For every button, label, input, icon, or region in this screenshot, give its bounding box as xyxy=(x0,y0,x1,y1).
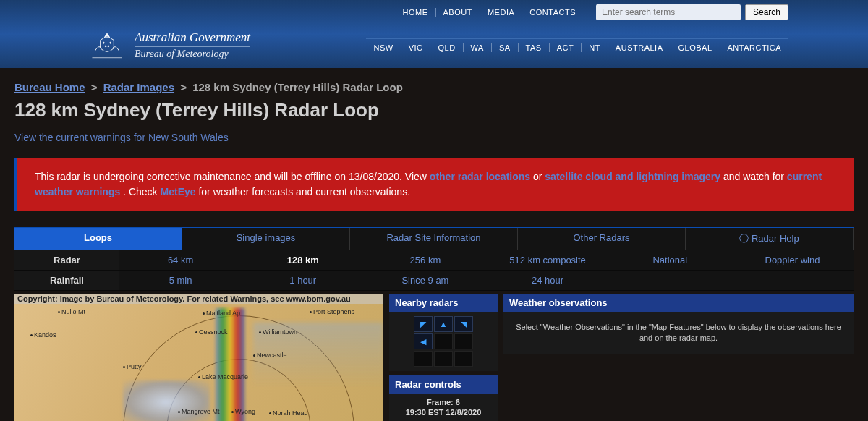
place-label: Lake Macquarie xyxy=(198,373,248,380)
nearby-radars-panel: ◤ ▲ ◥ ◀ xyxy=(389,312,498,371)
weather-obs-heading: Weather observations xyxy=(503,294,854,312)
radar-controls-heading: Radar controls xyxy=(389,375,498,394)
alert-text: or xyxy=(533,171,545,182)
radar-opt-doppler[interactable]: Doppler wind xyxy=(731,250,854,270)
breadcrumb-home[interactable]: Bureau Home xyxy=(14,81,85,93)
radar-opt-128km[interactable]: 128 km xyxy=(242,250,364,270)
svg-point-1 xyxy=(110,42,111,43)
tab-radar-help[interactable]: ⓘ Radar Help xyxy=(686,228,854,250)
top-link-media[interactable]: MEDIA xyxy=(480,8,522,17)
page-title: 128 km Sydney (Terrey Hills) Radar Loop xyxy=(14,99,854,122)
radar-range-row: Radar 64 km 128 km 256 km 512 km composi… xyxy=(14,250,854,271)
place-label: Norah Head xyxy=(269,409,308,417)
nearby-arrow-nw-icon[interactable]: ◤ xyxy=(414,316,433,332)
place-label: Cessnock xyxy=(195,328,228,336)
alert-link-meteye[interactable]: MetEye xyxy=(161,186,196,197)
tab-site-info[interactable]: Radar Site Information xyxy=(350,228,518,250)
alert-text: and watch for xyxy=(723,171,787,182)
nearby-arrow-w-icon[interactable]: ◀ xyxy=(414,333,433,349)
crest-icon xyxy=(87,27,127,62)
radar-controls-panel: Frame: 6 19:30 EST 12/8/2020 ⇤ |◀ ▶| ▶ xyxy=(389,394,498,421)
region-qld[interactable]: QLD xyxy=(430,43,463,52)
tab-loops[interactable]: Loops xyxy=(14,228,182,250)
rain-opt-since9am[interactable]: Since 9 am xyxy=(364,271,486,290)
region-nt[interactable]: NT xyxy=(582,43,608,52)
radar-map[interactable]: Copyright: Image by Bureau of Meteorolog… xyxy=(14,294,383,421)
region-wa[interactable]: WA xyxy=(464,43,492,52)
nearby-arrow-ne-icon[interactable]: ◥ xyxy=(454,316,473,332)
search-input[interactable] xyxy=(596,4,741,20)
top-nav: HOME ABOUT MEDIA CONTACTS xyxy=(396,8,583,17)
rain-band xyxy=(216,308,244,421)
rain-opt-5min[interactable]: 5 min xyxy=(119,271,242,290)
alert-text: . Check xyxy=(123,186,160,197)
place-label: Kandos xyxy=(30,331,56,339)
place-label: Putty xyxy=(123,363,142,370)
nearby-e-empty xyxy=(454,333,473,349)
place-label: Mangrove Mt xyxy=(178,408,220,415)
site-logo[interactable]: Australian Government Bureau of Meteorol… xyxy=(87,27,250,62)
region-act[interactable]: ACT xyxy=(550,43,582,52)
breadcrumb: Bureau Home > Radar Images > 128 km Sydn… xyxy=(14,81,854,93)
region-nav: NSW VIC QLD WA SA TAS ACT NT AUSTRALIA G… xyxy=(366,38,788,52)
top-link-about[interactable]: ABOUT xyxy=(436,8,480,17)
search-button[interactable]: Search xyxy=(745,4,788,20)
weather-obs-panel: Select "Weather Observations" in the "Ma… xyxy=(503,312,854,354)
site-header: HOME ABOUT MEDIA CONTACTS Search xyxy=(0,0,868,68)
top-link-contacts[interactable]: CONTACTS xyxy=(522,8,583,17)
tab-single-images[interactable]: Single images xyxy=(182,228,350,250)
region-vic[interactable]: VIC xyxy=(401,43,431,52)
place-label: Maitland Ap xyxy=(203,310,240,317)
nearby-sw-empty xyxy=(414,351,433,367)
region-antarctica[interactable]: ANTARCTICA xyxy=(720,43,788,52)
dept-name: Bureau of Meteorology xyxy=(135,48,250,60)
tab-other-radars[interactable]: Other Radars xyxy=(518,228,686,250)
radar-opt-256km[interactable]: 256 km xyxy=(364,250,486,270)
weather-obs-text: Select "Weather Observations" in the "Ma… xyxy=(516,323,841,342)
region-nsw[interactable]: NSW xyxy=(366,43,401,52)
alert-text: for weather forecasts and current observ… xyxy=(198,186,410,197)
map-copyright: Copyright: Image by Bureau of Meteorolog… xyxy=(14,294,383,304)
place-label: Williamtown xyxy=(259,328,297,336)
nearby-radars-heading: Nearby radars xyxy=(389,294,498,312)
region-global[interactable]: GLOBAL xyxy=(671,43,720,52)
place-label: Wyong xyxy=(231,408,255,415)
nearby-arrow-n-icon[interactable]: ▲ xyxy=(434,316,453,332)
radar-opt-national[interactable]: National xyxy=(609,250,731,270)
radar-opt-512km[interactable]: 512 km composite xyxy=(487,250,609,270)
region-tas[interactable]: TAS xyxy=(519,43,550,52)
rainfall-row-label: Rainfall xyxy=(14,271,119,290)
place-label: Newcastle xyxy=(253,352,287,359)
place-label: Port Stephens xyxy=(310,308,354,315)
nearby-center xyxy=(434,333,453,349)
place-label: Nullo Mt xyxy=(58,308,85,315)
breadcrumb-sep: > xyxy=(91,81,98,93)
alert-text: This radar is undergoing corrective main… xyxy=(35,171,430,182)
region-australia[interactable]: AUSTRALIA xyxy=(608,43,671,52)
svg-point-3 xyxy=(108,46,109,47)
rainfall-row: Rainfall 5 min 1 hour Since 9 am 24 hour… xyxy=(14,271,854,291)
maintenance-alert: This radar is undergoing corrective main… xyxy=(14,158,854,211)
alert-link-satellite[interactable]: satellite cloud and lightning imagery xyxy=(545,171,720,182)
frame-number: 6 xyxy=(456,398,460,407)
svg-point-0 xyxy=(103,42,104,43)
alert-link-locations[interactable]: other radar locations xyxy=(430,171,530,182)
search-box: Search xyxy=(596,4,788,20)
nearby-se-empty xyxy=(454,351,473,367)
top-link-home[interactable]: HOME xyxy=(396,8,436,17)
frame-timestamp: 19:30 EST 12/8/2020 xyxy=(393,408,493,417)
org-name: Australian Government xyxy=(135,30,250,47)
view-tabs: Loops Single images Radar Site Informati… xyxy=(14,227,854,250)
nearby-s-empty xyxy=(434,351,453,367)
warnings-link[interactable]: View the current warnings for New South … xyxy=(14,132,229,143)
region-sa[interactable]: SA xyxy=(492,43,519,52)
radar-opt-64km[interactable]: 64 km xyxy=(119,250,242,270)
rain-opt-1hour[interactable]: 1 hour xyxy=(242,271,364,290)
svg-point-2 xyxy=(105,46,106,47)
rain-opt-24hour[interactable]: 24 hour xyxy=(487,271,609,290)
breadcrumb-radar-images[interactable]: Radar Images xyxy=(103,81,174,93)
frame-label: Frame: xyxy=(427,398,454,407)
breadcrumb-current: 128 km Sydney (Terrey Hills) Radar Loop xyxy=(192,81,403,93)
radar-row-label: Radar xyxy=(14,250,119,270)
breadcrumb-sep: > xyxy=(180,81,187,93)
